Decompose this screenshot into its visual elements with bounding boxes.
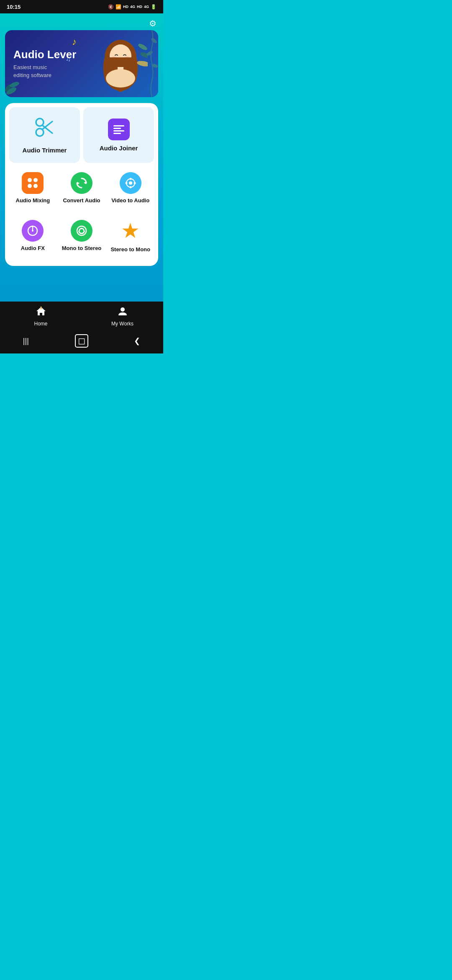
recents-button[interactable]: ||| xyxy=(23,337,29,346)
svg-point-26 xyxy=(134,182,136,184)
middle-feature-row: Audio Mixing Convert Audio xyxy=(9,166,154,209)
gear-icon: ⚙ xyxy=(149,19,157,28)
svg-point-34 xyxy=(121,307,125,312)
home-button[interactable]: ◻ xyxy=(75,334,88,348)
bottom-navigation: Home My Works xyxy=(0,302,163,330)
video-to-audio-button[interactable]: Video to Audio xyxy=(107,166,154,209)
main-content: ⚙ Audio Lever Easiest musicediting softw… xyxy=(0,13,163,302)
mono-to-stereo-label: Mono to Stereo xyxy=(62,245,102,251)
status-bar: 10:15 🔇 📶 HD 4G HD 4G 🔋 xyxy=(0,0,163,13)
joiner-icon xyxy=(108,119,130,140)
svg-point-24 xyxy=(129,186,131,188)
nav-home-label: Home xyxy=(34,321,47,327)
video-to-audio-icon xyxy=(120,172,141,194)
nav-my-works[interactable]: My Works xyxy=(82,306,163,327)
banner-text: Audio Lever Easiest musicediting softwar… xyxy=(5,40,158,88)
banner-subtitle: Easiest musicediting software xyxy=(13,64,150,79)
feature-grid: Audio Trimmer Audio Joiner xyxy=(5,103,158,266)
banner-title: Audio Lever xyxy=(13,48,150,61)
stereo-to-mono-icon: ★ xyxy=(121,219,140,243)
audio-trimmer-button[interactable]: Audio Trimmer xyxy=(9,107,80,163)
mono-to-stereo-button[interactable]: Mono to Stereo xyxy=(58,213,105,258)
stereo-to-mono-label: Stereo to Mono xyxy=(110,246,150,253)
settings-button[interactable]: ⚙ xyxy=(149,18,157,28)
mono-to-stereo-icon xyxy=(71,220,92,242)
scissors-icon xyxy=(34,116,56,142)
system-navigation: ||| ◻ ❮ xyxy=(0,330,163,353)
top-feature-row: Audio Trimmer Audio Joiner xyxy=(9,107,154,163)
svg-point-23 xyxy=(129,178,131,180)
time: 10:15 xyxy=(7,4,21,10)
audio-mixing-button[interactable]: Audio Mixing xyxy=(9,166,56,209)
nav-home[interactable]: Home xyxy=(0,306,82,327)
audio-fx-label: Audio FX xyxy=(21,245,45,251)
audio-fx-button[interactable]: Audio FX xyxy=(9,213,56,258)
svg-point-25 xyxy=(125,182,127,184)
audio-mixing-label: Audio Mixing xyxy=(16,197,50,204)
svg-marker-33 xyxy=(40,306,42,307)
svg-marker-20 xyxy=(77,182,80,185)
audio-joiner-button[interactable]: Audio Joiner xyxy=(83,107,154,163)
convert-audio-label: Convert Audio xyxy=(63,197,100,204)
audio-mixing-icon xyxy=(22,172,44,194)
audio-trimmer-label: Audio Trimmer xyxy=(23,147,67,154)
convert-audio-icon xyxy=(71,172,92,194)
audio-fx-icon xyxy=(22,220,44,242)
video-to-audio-label: Video to Audio xyxy=(111,197,149,204)
back-button[interactable]: ❮ xyxy=(134,336,140,346)
convert-audio-button[interactable]: Convert Audio xyxy=(58,166,105,209)
svg-marker-19 xyxy=(84,181,86,184)
nav-my-works-label: My Works xyxy=(111,321,134,327)
status-icons: 🔇 📶 HD 4G HD 4G 🔋 xyxy=(108,4,157,10)
svg-point-29 xyxy=(32,230,33,232)
stereo-to-mono-button[interactable]: ★ Stereo to Mono xyxy=(107,213,154,258)
bottom-feature-row: Audio FX Mono to Stereo xyxy=(9,213,154,258)
audio-joiner-label: Audio Joiner xyxy=(100,144,138,152)
svg-point-22 xyxy=(129,181,132,185)
promo-banner: Audio Lever Easiest musicediting softwar… xyxy=(5,30,158,97)
home-icon xyxy=(36,306,46,319)
my-works-icon xyxy=(117,306,128,319)
